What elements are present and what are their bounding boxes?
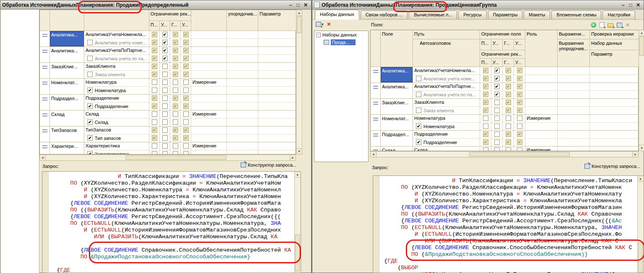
field-extra-cell[interactable] [227,126,258,134]
field-subpath-cell[interactable]: ✔Склад [84,118,149,126]
field-name-cell[interactable]: Номенклат... [50,79,84,94]
checkbox[interactable]: ✔ [483,92,488,97]
check-cell[interactable] [181,111,191,118]
field-extra-cell[interactable] [227,31,258,39]
field-extra-cell[interactable] [258,142,296,150]
check-cell[interactable]: ✔ [514,107,525,114]
check-cell[interactable] [149,142,160,150]
field-extra-cell[interactable] [227,142,258,150]
checkbox[interactable]: ✔ [173,127,178,133]
checkbox[interactable]: ✔ [494,68,500,73]
field-role-cell[interactable] [525,99,558,106]
check-cell[interactable]: ✔ [170,134,181,142]
field-main-row[interactable]: ТипЗапасов✔✔✔ [84,126,296,134]
row-handle-cell[interactable] [40,126,50,142]
check-cell[interactable]: ✔ [514,83,525,90]
check-cell[interactable] [491,123,503,130]
checkbox[interactable] [173,111,178,117]
checkbox[interactable] [173,88,178,93]
checkbox[interactable] [517,116,522,121]
check-cell[interactable]: ✔ [503,91,514,98]
field-name-cell[interactable]: Аналитика... [381,67,413,82]
checkbox[interactable] [152,80,157,85]
field-extra-cell[interactable] [227,39,258,46]
tree-root-label[interactable]: Наборы данных [322,32,357,37]
scroll-down-button[interactable]: ▼ [296,148,302,154]
checkbox[interactable]: ✔ [506,139,511,145]
scroll-right-button[interactable]: ► [632,152,638,157]
checkbox[interactable]: ✔ [517,84,522,89]
row-handle-cell[interactable] [40,95,50,110]
checkbox[interactable]: ✔ [152,32,157,37]
field-extra-cell[interactable] [558,99,590,106]
check-cell[interactable]: ✔ [181,47,191,54]
row-handle-cell[interactable] [371,131,381,146]
checkbox[interactable]: ✔ [173,56,178,61]
field-extra-cell[interactable] [227,63,258,70]
field-name-cell[interactable]: Номенклат... [381,115,413,130]
field-extra-cell[interactable] [558,83,590,90]
checkbox[interactable] [494,124,500,129]
check-cell[interactable] [160,71,170,78]
field-main-row[interactable]: ЗаказКлиента✔✔✔ [413,99,638,107]
field-extra-cell[interactable] [558,115,590,122]
checkbox[interactable]: ✔ [183,103,189,109]
field-subpath-cell[interactable]: Аналитика учета номе... [84,39,149,46]
checkbox[interactable] [416,92,421,97]
add-field-icon[interactable]: + [591,22,596,28]
checkbox[interactable]: ✔ [152,103,157,109]
checkbox[interactable]: ✔ [152,56,157,61]
checkbox[interactable] [162,119,168,125]
left-table-vscroll[interactable]: ▲ ▼ [296,10,302,155]
checkbox[interactable] [162,88,168,93]
field-path-cell[interactable]: ТипЗапасов [84,126,149,134]
check-cell[interactable]: ✔ [514,91,525,98]
checkbox[interactable]: ✔ [416,139,421,145]
checkbox[interactable] [416,76,421,81]
field-sub-row[interactable]: ✔Склад [84,118,296,126]
checkbox[interactable]: ✔ [183,64,189,69]
scroll-up-button[interactable]: ▲ [296,10,302,16]
left-table-hscroll[interactable]: ◄ ► [39,155,296,161]
field-path-cell[interactable]: АналитикаУчетаНоменкла... [84,31,149,39]
scroll-left-button[interactable]: ◄ [371,152,377,157]
check-cell[interactable]: ✔ [149,71,160,78]
check-cell[interactable] [149,87,160,94]
right-table-hscroll[interactable]: ◄ ► [370,151,639,157]
check-cell[interactable] [491,147,503,151]
check-cell[interactable]: ✔ [514,67,525,75]
checkbox[interactable]: ✔ [87,119,93,125]
field-role-cell[interactable] [191,55,227,62]
checkbox[interactable]: ✔ [183,56,189,61]
check-cell[interactable]: ✔ [480,91,491,98]
check-cell[interactable]: ✔ [480,83,491,90]
close-button[interactable]: ✕ [302,2,309,8]
checkbox[interactable]: ✔ [173,48,178,53]
field-path-cell[interactable]: АналитикаУчетаПоПартне... [413,83,480,90]
field-extra-cell[interactable] [258,103,296,110]
field-extra-cell[interactable] [258,111,296,118]
checkbox[interactable]: ✔ [183,40,189,45]
field-extra-cell[interactable] [258,71,296,78]
field-extra-cell[interactable] [590,123,638,130]
field-role-cell[interactable] [191,150,227,154]
check-cell[interactable]: ✔ [503,67,514,75]
field-role-cell[interactable]: Измерение [525,115,558,122]
check-cell[interactable]: ✔ [503,131,514,138]
check-cell[interactable] [514,123,525,130]
field-sub-row[interactable]: ✔Подразделение✔✔✔ [413,139,638,146]
scroll-thumb[interactable] [295,234,300,271]
checkbox[interactable]: ✔ [87,151,93,154]
field-extra-cell[interactable] [258,31,296,39]
field-sub-row[interactable]: Аналитика учета номе...✔✔✔✔ [84,39,296,46]
field-subpath-cell[interactable]: Аналитика учета номе... [413,75,480,82]
row-handle-cell[interactable] [40,79,50,94]
check-cell[interactable]: ✔ [149,55,160,62]
tab-6[interactable]: Макеты [524,10,550,19]
field-extra-cell[interactable] [258,87,296,94]
tab-1[interactable]: Наборы данных [315,10,359,20]
field-extra-cell[interactable] [590,131,638,138]
checkbox[interactable]: ✔ [506,84,511,89]
checkbox[interactable]: ✔ [173,95,178,101]
checkbox[interactable]: ✔ [183,95,189,101]
